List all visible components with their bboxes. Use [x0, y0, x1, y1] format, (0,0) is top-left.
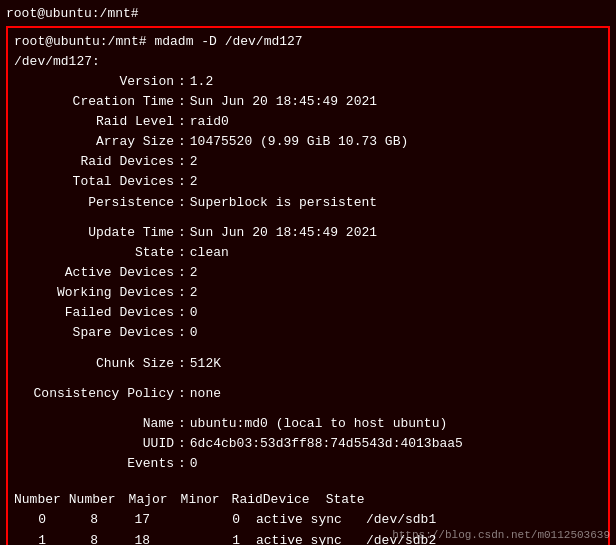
terminal-window: root@ubuntu:/mnt# root@ubuntu:/mnt# mdad… — [0, 0, 616, 545]
field-creation-time: Creation Time : Sun Jun 20 18:45:49 2021 — [14, 92, 602, 112]
field-total-devices: Total Devices : 2 — [14, 172, 602, 192]
fields-group-5: Name : ubuntu:md0 (local to host ubuntu)… — [14, 414, 602, 474]
field-events: Events : 0 — [14, 454, 602, 474]
field-consistency-policy: Consistency Policy : none — [14, 384, 602, 404]
field-raid-devices: Raid Devices : 2 — [14, 152, 602, 172]
fields-group-2: Update Time : Sun Jun 20 18:45:49 2021 S… — [14, 223, 602, 344]
device-name: /dev/md127: — [14, 52, 602, 72]
field-persistence: Persistence : Superblock is persistent — [14, 193, 602, 213]
title-prompt: root@ubuntu:/mnt# — [6, 4, 610, 24]
field-update-time: Update Time : Sun Jun 20 18:45:49 2021 — [14, 223, 602, 243]
command-output-box: root@ubuntu:/mnt# mdadm -D /dev/md127 /d… — [6, 26, 610, 546]
field-active-devices: Active Devices : 2 — [14, 263, 602, 283]
watermark: https://blog.csdn.net/m0112503639 — [392, 529, 610, 541]
field-chunk-size: Chunk Size : 512K — [14, 354, 602, 374]
command-line: root@ubuntu:/mnt# mdadm -D /dev/md127 — [14, 32, 602, 52]
fields-group-4: Consistency Policy : none — [14, 384, 602, 404]
fields-group-3: Chunk Size : 512K — [14, 354, 602, 374]
disk-table-header: Number Number Major Minor RaidDevice Sta… — [14, 490, 602, 510]
field-state: State : clean — [14, 243, 602, 263]
field-name: Name : ubuntu:md0 (local to host ubuntu) — [14, 414, 602, 434]
field-failed-devices: Failed Devices : 0 — [14, 303, 602, 323]
field-working-devices: Working Devices : 2 — [14, 283, 602, 303]
field-uuid: UUID : 6dc4cb03:53d3ff88:74d5543d:4013ba… — [14, 434, 602, 454]
fields-group-1: Version : 1.2 Creation Time : Sun Jun 20… — [14, 72, 602, 213]
field-array-size: Array Size : 10475520 (9.99 GiB 10.73 GB… — [14, 132, 602, 152]
disk-row-0: 0 8 17 0 active sync /dev/sdb1 — [14, 510, 602, 530]
field-spare-devices: Spare Devices : 0 — [14, 323, 602, 343]
field-version: Version : 1.2 — [14, 72, 602, 92]
field-raid-level: Raid Level : raid0 — [14, 112, 602, 132]
